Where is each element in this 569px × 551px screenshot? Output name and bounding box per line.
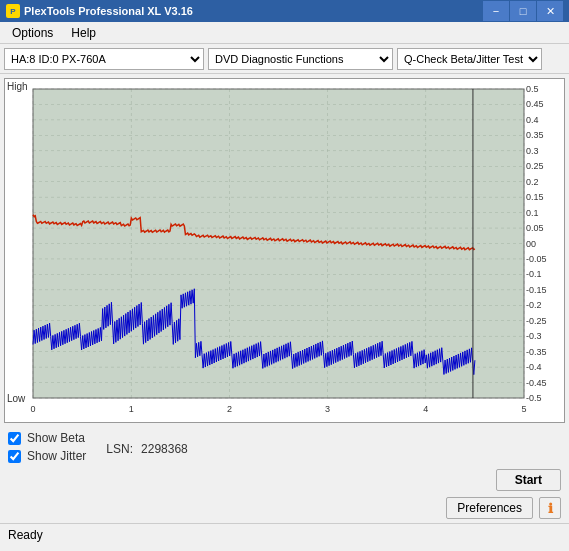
chart-canvas [5, 79, 564, 422]
chart-area: High Low [4, 78, 565, 423]
lsn-label: LSN: [106, 442, 133, 456]
start-button[interactable]: Start [496, 469, 561, 491]
prefs-row: Preferences ℹ [0, 495, 569, 523]
drive-selector[interactable]: HA:8 ID:0 PX-760A [4, 48, 204, 70]
menu-help[interactable]: Help [63, 24, 104, 42]
preferences-button[interactable]: Preferences [446, 497, 533, 519]
bottom-controls: Start [0, 467, 569, 495]
maximize-button[interactable]: □ [510, 1, 536, 21]
main-content: Options Help HA:8 ID:0 PX-760A DVD Diagn… [0, 22, 569, 551]
show-jitter-checkbox[interactable] [8, 450, 21, 463]
menu-bar: Options Help [0, 22, 569, 44]
checkboxes-section: Show Beta Show Jitter [8, 431, 86, 465]
lsn-section: LSN: 2298368 [106, 442, 187, 456]
right-controls: Start [496, 469, 561, 491]
lsn-value: 2298368 [141, 442, 188, 456]
info-button[interactable]: ℹ [539, 497, 561, 519]
show-jitter-label: Show Jitter [27, 449, 86, 463]
window-title: PlexTools Professional XL V3.16 [24, 5, 193, 17]
show-beta-label: Show Beta [27, 431, 85, 445]
window-controls: − □ ✕ [483, 1, 563, 21]
status-bar: Ready [0, 523, 569, 545]
show-beta-checkbox[interactable] [8, 432, 21, 445]
toolbar: HA:8 ID:0 PX-760A DVD Diagnostic Functio… [0, 44, 569, 74]
status-text: Ready [8, 528, 43, 542]
close-button[interactable]: ✕ [537, 1, 563, 21]
menu-options[interactable]: Options [4, 24, 61, 42]
checkboxes-lsn-row: Show Beta Show Jitter LSN: 2298368 [0, 427, 569, 467]
test-selector[interactable]: Q-Check Beta/Jitter Test [397, 48, 542, 70]
show-jitter-row: Show Jitter [8, 449, 86, 463]
title-bar: P PlexTools Professional XL V3.16 − □ ✕ [0, 0, 569, 22]
app-icon: P [6, 4, 20, 18]
y-label-low: Low [7, 393, 25, 404]
function-selector[interactable]: DVD Diagnostic Functions [208, 48, 393, 70]
show-beta-row: Show Beta [8, 431, 86, 445]
y-label-high: High [7, 81, 28, 92]
minimize-button[interactable]: − [483, 1, 509, 21]
